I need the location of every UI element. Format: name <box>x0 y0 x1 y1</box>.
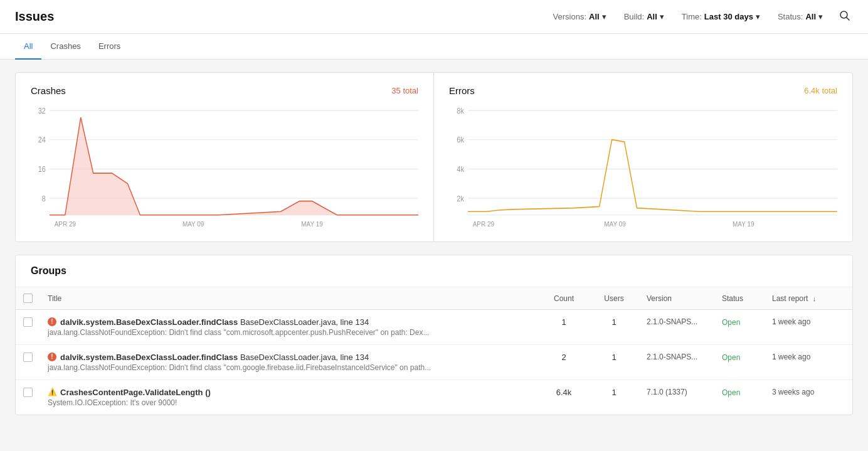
row1-method[interactable]: dalvik.system.BaseDexClassLoader.findCla… <box>60 317 238 327</box>
table-body: ! dalvik.system.BaseDexClassLoader.findC… <box>16 310 852 415</box>
svg-text:6k: 6k <box>457 135 464 144</box>
svg-text:32: 32 <box>38 106 46 115</box>
time-filter[interactable]: Time: Last 30 days ▾ <box>678 9 764 24</box>
svg-text:8k: 8k <box>457 106 464 115</box>
issues-table: Title Count Users Version Status Last re… <box>16 287 852 415</box>
main-content: Crashes 35 total 32 24 16 8 <box>0 60 868 428</box>
versions-filter[interactable]: Versions: All ▾ <box>549 9 610 24</box>
row1-title-row: ! dalvik.system.BaseDexClassLoader.findC… <box>48 317 531 327</box>
crashes-chart-svg: 32 24 16 8 APR 29 MAY 09 MAY 19 <box>31 103 418 229</box>
groups-title: Groups <box>16 255 852 287</box>
build-filter[interactable]: Build: All ▾ <box>620 9 668 24</box>
row3-last-report: 3 weeks ago <box>765 380 852 415</box>
build-value: All <box>647 12 657 21</box>
sort-arrow-icon: ↓ <box>813 295 817 302</box>
page-title: Issues <box>15 9 54 24</box>
row1-check-cell <box>16 310 40 345</box>
crashes-total: 35 total <box>391 86 418 95</box>
tab-errors[interactable]: Errors <box>90 34 129 60</box>
row2-method[interactable]: dalvik.system.BaseDexClassLoader.findCla… <box>60 353 238 362</box>
row2-last-report: 1 week ago <box>765 345 852 380</box>
errors-chart-svg: 8k 6k 4k 2k APR 29 MAY 09 MAY 19 <box>449 103 837 229</box>
crash-icon: ! <box>48 353 56 361</box>
table-row: ⚠️ CrashesContentPage.ValidateLength () … <box>16 380 852 415</box>
versions-value: All <box>589 12 600 21</box>
crash-icon: ! <box>48 317 56 326</box>
row2-status: Open <box>714 345 765 380</box>
row2-users: 1 <box>589 345 639 380</box>
errors-chart-header: Errors 6.4k total <box>449 85 837 96</box>
table-row: ! dalvik.system.BaseDexClassLoader.findC… <box>16 345 852 380</box>
svg-text:4k: 4k <box>457 164 464 173</box>
svg-text:24: 24 <box>38 135 46 144</box>
table-row: ! dalvik.system.BaseDexClassLoader.findC… <box>16 310 852 345</box>
crashes-chart-header: Crashes 35 total <box>31 85 418 96</box>
row1-file: BaseDexClassLoader.java, line 134 <box>240 317 369 327</box>
svg-text:APR 29: APR 29 <box>473 220 494 228</box>
header-controls: Versions: All ▾ Build: All ▾ Time: Last … <box>549 8 853 26</box>
row3-status: Open <box>714 380 765 415</box>
time-label: Time: <box>682 12 702 21</box>
search-icon <box>839 10 850 21</box>
row3-count: 6.4k <box>539 380 589 415</box>
crashes-chart-panel: Crashes 35 total 32 24 16 8 <box>16 73 434 241</box>
row3-check-cell <box>16 380 40 415</box>
versions-label: Versions: <box>553 12 586 21</box>
search-button[interactable] <box>837 8 853 26</box>
chevron-down-icon: ▾ <box>818 12 823 21</box>
errors-total: 6.4k total <box>804 86 837 95</box>
row1-checkbox[interactable] <box>23 317 33 327</box>
select-all-checkbox[interactable] <box>23 294 33 303</box>
th-version: Version <box>639 287 714 310</box>
row1-title-cell: ! dalvik.system.BaseDexClassLoader.findC… <box>40 310 539 345</box>
svg-line-1 <box>847 18 850 21</box>
row1-status: Open <box>714 310 765 345</box>
crashes-chart-area: 32 24 16 8 APR 29 MAY 09 MAY 19 <box>31 103 418 229</box>
row3-title-row: ⚠️ CrashesContentPage.ValidateLength () <box>48 388 531 397</box>
th-checkbox <box>16 287 40 310</box>
svg-text:MAY 19: MAY 19 <box>301 220 323 228</box>
row1-last-report: 1 week ago <box>765 310 852 345</box>
svg-text:APR 29: APR 29 <box>55 220 76 228</box>
row3-checkbox[interactable] <box>23 388 33 397</box>
tabs-bar: All Crashes Errors <box>0 34 868 60</box>
row2-check-cell <box>16 345 40 380</box>
build-label: Build: <box>624 12 645 21</box>
row2-count: 2 <box>539 345 589 380</box>
row2-file: BaseDexClassLoader.java, line 134 <box>240 353 369 362</box>
row2-title-cell: ! dalvik.system.BaseDexClassLoader.findC… <box>40 345 539 380</box>
tab-crashes[interactable]: Crashes <box>41 34 89 60</box>
tab-all[interactable]: All <box>15 34 41 60</box>
th-users: Users <box>589 287 639 310</box>
svg-text:16: 16 <box>38 164 46 173</box>
status-filter[interactable]: Status: All ▾ <box>774 9 827 24</box>
crashes-chart-title: Crashes <box>31 85 66 96</box>
svg-text:2k: 2k <box>457 194 464 203</box>
th-title: Title <box>40 287 539 310</box>
warning-icon: ⚠️ <box>48 388 56 396</box>
row3-title-cell: ⚠️ CrashesContentPage.ValidateLength () … <box>40 380 539 415</box>
status-label: Status: <box>778 12 803 21</box>
row3-method[interactable]: CrashesContentPage.ValidateLength () <box>60 388 211 397</box>
svg-text:MAY 09: MAY 09 <box>183 220 204 228</box>
row3-version: 7.1.0 (1337) <box>639 380 714 415</box>
svg-text:MAY 19: MAY 19 <box>733 220 754 228</box>
svg-text:MAY 09: MAY 09 <box>604 220 626 228</box>
time-value: Last 30 days <box>704 12 753 21</box>
row3-users: 1 <box>589 380 639 415</box>
th-last-report[interactable]: Last report ↓ <box>765 287 852 310</box>
row1-count: 1 <box>539 310 589 345</box>
row2-checkbox[interactable] <box>23 353 33 362</box>
th-count: Count <box>539 287 589 310</box>
row2-title-row: ! dalvik.system.BaseDexClassLoader.findC… <box>48 353 531 362</box>
status-value: All <box>805 12 816 21</box>
row1-version: 2.1.0-SNAPS... <box>639 310 714 345</box>
row2-version: 2.1.0-SNAPS... <box>639 345 714 380</box>
chevron-down-icon: ▾ <box>756 12 760 21</box>
row3-detail: System.IO.IOException: It's over 9000! <box>48 398 455 407</box>
chevron-down-icon: ▾ <box>660 12 664 21</box>
row2-detail: java.lang.ClassNotFoundException: Didn't… <box>48 363 455 372</box>
errors-chart-title: Errors <box>449 85 475 96</box>
groups-section: Groups Title Count Users Version Status … <box>15 255 853 415</box>
row1-users: 1 <box>589 310 639 345</box>
